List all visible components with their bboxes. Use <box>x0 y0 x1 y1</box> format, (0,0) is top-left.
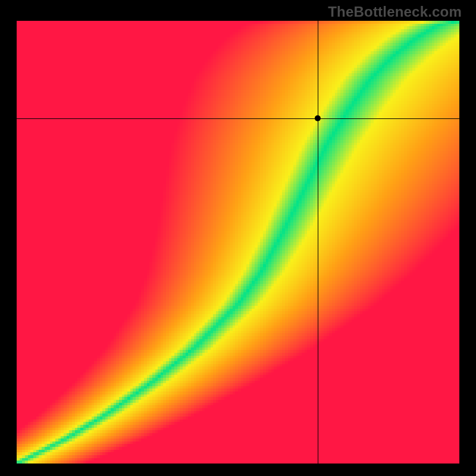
chart-frame: TheBottleneck.com <box>0 0 476 476</box>
watermark-text: TheBottleneck.com <box>328 4 462 20</box>
crosshair-overlay <box>17 21 459 464</box>
plot-area <box>17 21 459 464</box>
